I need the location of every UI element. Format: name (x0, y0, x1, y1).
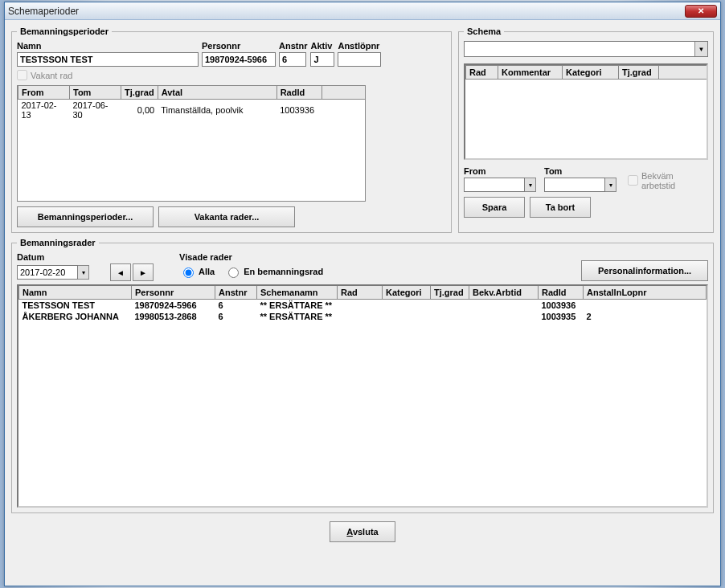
schema-grid-container: Rad Kommentar Kategori Tj.grad (464, 63, 708, 160)
schema-dropdown-value (465, 42, 694, 56)
next-button[interactable]: ► (133, 263, 154, 281)
col-from[interactable]: From (18, 86, 70, 100)
table-row[interactable]: ÅKERBERG JOHANNA 19980513-2868 6 ** ERSÄ… (19, 311, 707, 322)
col-radid[interactable]: RadId (539, 286, 584, 300)
bemanningsperioder-legend: Bemanningsperioder (17, 27, 112, 36)
cell (338, 311, 383, 322)
cell-avtal: Timanställda, poolvik (158, 100, 276, 121)
aktiv-label: Aktiv (310, 41, 334, 51)
chevron-right-icon: ► (139, 268, 147, 277)
cell (431, 311, 469, 322)
anstnr-input[interactable] (279, 52, 306, 67)
spara-button[interactable]: Spara (464, 197, 525, 218)
col-rad[interactable]: Rad (338, 286, 383, 300)
schema-from-label: From (464, 166, 536, 176)
personalinformation-button[interactable]: Personalinformation... (581, 260, 708, 281)
close-button[interactable]: ✕ (685, 5, 717, 18)
cell-tjgrad: 0,00 (121, 100, 158, 121)
cell: TESTSSON TEST (19, 300, 132, 312)
col-avtal[interactable]: Avtal (158, 86, 276, 100)
anstnr-label: Anstnr (279, 41, 307, 51)
datum-label: Datum (17, 252, 154, 262)
col-kategori[interactable]: Kategori (383, 286, 431, 300)
namn-input[interactable] (17, 52, 199, 67)
cell: 6 (215, 300, 257, 312)
cell-tom: 2017-06-30 (70, 100, 121, 121)
anstlopnr-label: Anstlöpnr (338, 41, 381, 51)
col-blank (659, 66, 707, 80)
col-namn[interactable]: Namn (19, 286, 132, 300)
bekvam-label: Bekväm arbetstid (641, 171, 708, 190)
namn-label: Namn (17, 41, 199, 51)
bemanningsrader-group: Bemanningsrader Datum ▾ ◄ ► Visa (11, 238, 714, 513)
col-personnr[interactable]: Personnr (132, 286, 215, 300)
radio-en-input[interactable] (228, 267, 239, 278)
cell: 6 (215, 311, 257, 322)
table-row[interactable]: TESTSSON TEST 19870924-5966 6 ** ERSÄTTA… (19, 300, 707, 312)
schema-tom-label: Tom (544, 166, 616, 176)
schema-tom-input[interactable] (544, 178, 605, 192)
bekvam-checkbox (628, 175, 638, 186)
cell (584, 300, 707, 312)
close-icon: ✕ (698, 6, 704, 15)
datum-input[interactable] (17, 265, 78, 280)
col-tjgrad[interactable]: Tj.grad (121, 86, 158, 100)
titlebar: Schemaperioder ✕ (5, 2, 720, 20)
cell (431, 300, 469, 312)
cell-from: 2017-02-13 (18, 100, 70, 121)
bemanning-table[interactable]: From Tom Tj.grad Avtal RadId 2017-02-13 … (18, 86, 365, 120)
col-anstnr[interactable]: Anstnr (215, 286, 257, 300)
prev-button[interactable]: ◄ (110, 263, 131, 281)
col-bekvarbtid[interactable]: Bekv.Arbtid (469, 286, 539, 300)
cell: ** ERSÄTTARE ** (257, 300, 338, 312)
col-anstallnlopnr[interactable]: AnstallnLopnr (584, 286, 707, 300)
chevron-down-icon[interactable]: ▾ (525, 178, 536, 192)
personnr-input[interactable] (202, 52, 276, 67)
radio-alla-input[interactable] (183, 267, 194, 278)
col-rad[interactable]: Rad (466, 66, 498, 80)
schema-table[interactable]: Rad Kommentar Kategori Tj.grad (465, 65, 707, 80)
schema-group: Schema ▼ Rad Kommentar Kategori Tj.grad (458, 27, 714, 233)
chevron-down-icon[interactable]: ▾ (78, 265, 89, 280)
radio-alla[interactable]: Alla (179, 265, 215, 278)
chevron-left-icon: ◄ (117, 268, 125, 277)
schema-from-input[interactable] (464, 178, 525, 192)
col-tjgrad[interactable]: Tj.grad (619, 66, 659, 80)
cell: 1003936 (539, 300, 584, 312)
bemanningsrader-legend: Bemanningsrader (17, 238, 99, 247)
col-blank (322, 86, 365, 100)
schema-dropdown[interactable]: ▼ (464, 41, 708, 57)
window-title: Schemaperioder (8, 6, 685, 17)
cell (469, 300, 539, 312)
chevron-down-icon[interactable]: ▾ (605, 178, 616, 192)
col-kommentar[interactable]: Kommentar (498, 66, 563, 80)
col-tom[interactable]: Tom (70, 86, 121, 100)
col-schemanamn[interactable]: Schemanamn (257, 286, 338, 300)
cell (383, 300, 431, 312)
chevron-down-icon: ▼ (694, 42, 707, 56)
table-row[interactable]: 2017-02-13 2017-06-30 0,00 Timanställda,… (18, 100, 366, 121)
schema-legend: Schema (464, 27, 504, 36)
cell (383, 311, 431, 322)
bemanningsperioder-group: Bemanningsperioder Namn Personnr Anstnr (11, 27, 452, 233)
radio-en-label: En bemanningsrad (244, 267, 323, 276)
vakant-checkbox (17, 70, 27, 80)
tabort-button[interactable]: Ta bort (530, 197, 591, 218)
cell: 19870924-5966 (132, 300, 215, 312)
vakanta-rader-button[interactable]: Vakanta rader... (158, 206, 295, 227)
avsluta-button[interactable]: Avsluta (330, 521, 395, 542)
anstlopnr-input[interactable] (338, 52, 381, 67)
radio-en[interactable]: En bemanningsrad (224, 265, 323, 278)
rader-table[interactable]: Namn Personnr Anstnr Schemanamn Rad Kate… (18, 286, 707, 322)
cell: 2 (584, 311, 707, 322)
cell (469, 311, 539, 322)
aktiv-input[interactable] (310, 52, 334, 67)
cell (338, 300, 383, 312)
bemanningsperioder-button[interactable]: Bemanningsperioder... (17, 206, 154, 227)
col-tjgrad[interactable]: Tj.grad (431, 286, 469, 300)
bemanning-grid-container: From Tom Tj.grad Avtal RadId 2017-02-13 … (17, 85, 366, 202)
col-radid[interactable]: RadId (276, 86, 322, 100)
cell-radid: 1003936 (276, 100, 322, 121)
col-kategori[interactable]: Kategori (563, 66, 619, 80)
cell: ÅKERBERG JOHANNA (19, 311, 132, 322)
